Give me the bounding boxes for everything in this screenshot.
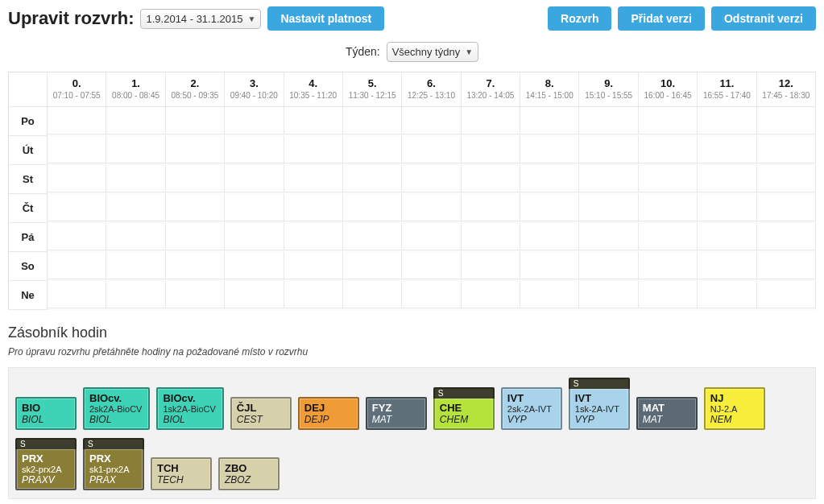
timetable-cell[interactable]: [520, 107, 579, 134]
timetable-cell[interactable]: [166, 136, 225, 163]
timetable-cell[interactable]: [698, 281, 756, 308]
timetable-cell[interactable]: [698, 223, 756, 250]
timetable-cell[interactable]: [579, 136, 638, 163]
timetable-cell[interactable]: [520, 136, 579, 163]
date-range-select[interactable]: 1.9.2014 - 31.1.2015 ▼: [140, 9, 261, 29]
timetable-cell[interactable]: [520, 252, 579, 279]
timetable-cell[interactable]: [225, 136, 284, 163]
timetable-cell[interactable]: [106, 194, 165, 221]
timetable-cell[interactable]: [106, 107, 165, 134]
timetable-cell[interactable]: [225, 252, 284, 279]
lesson-block[interactable]: SCHECHEM: [433, 397, 495, 430]
timetable-cell[interactable]: [757, 107, 816, 134]
timetable-cell[interactable]: [343, 136, 402, 163]
timetable-cell[interactable]: [284, 252, 343, 279]
timetable-cell[interactable]: [48, 281, 106, 308]
timetable-cell[interactable]: [639, 107, 698, 134]
timetable-cell[interactable]: [106, 223, 165, 250]
lesson-block[interactable]: NJNJ-2.ANEM: [704, 387, 765, 430]
timetable-cell[interactable]: [402, 107, 461, 134]
timetable-cell[interactable]: [284, 165, 343, 192]
schedule-button[interactable]: Rozvrh: [548, 6, 611, 31]
timetable-cell[interactable]: [462, 107, 520, 134]
timetable-cell[interactable]: [284, 194, 343, 221]
timetable-cell[interactable]: [343, 194, 402, 221]
timetable-cell[interactable]: [343, 252, 402, 279]
timetable-cell[interactable]: [166, 194, 225, 221]
timetable-cell[interactable]: [757, 194, 816, 221]
timetable-cell[interactable]: [757, 165, 816, 192]
timetable-cell[interactable]: [225, 107, 284, 134]
timetable-cell[interactable]: [402, 223, 461, 250]
timetable-cell[interactable]: [757, 136, 816, 163]
timetable-cell[interactable]: [698, 194, 756, 221]
timetable-cell[interactable]: [225, 281, 284, 308]
timetable-cell[interactable]: [520, 223, 579, 250]
timetable-cell[interactable]: [48, 107, 106, 134]
timetable-cell[interactable]: [106, 281, 165, 308]
timetable-cell[interactable]: [462, 252, 520, 279]
lesson-block[interactable]: BIOBIOL: [15, 397, 77, 430]
timetable-cell[interactable]: [284, 136, 343, 163]
timetable-cell[interactable]: [284, 107, 343, 134]
timetable-cell[interactable]: [284, 281, 343, 308]
timetable-cell[interactable]: [225, 194, 284, 221]
timetable-cell[interactable]: [225, 165, 284, 192]
timetable-cell[interactable]: [106, 252, 165, 279]
timetable-cell[interactable]: [106, 136, 165, 163]
timetable-cell[interactable]: [343, 107, 402, 134]
lesson-block[interactable]: SIVT1sk-2A-IVTVYP: [569, 387, 630, 430]
timetable-cell[interactable]: [402, 252, 461, 279]
timetable-cell[interactable]: [462, 194, 520, 221]
timetable-cell[interactable]: [579, 223, 638, 250]
timetable-cell[interactable]: [48, 223, 106, 250]
timetable-cell[interactable]: [48, 165, 106, 192]
timetable-cell[interactable]: [639, 223, 698, 250]
timetable-grid[interactable]: 0.07:10 - 07:551.08:00 - 08:452.08:50 - …: [8, 72, 816, 310]
lesson-block[interactable]: SPRXsk2-prx2APRAXV: [15, 448, 77, 490]
timetable-cell[interactable]: [520, 194, 579, 221]
lesson-block[interactable]: DEJDEJP: [298, 397, 359, 430]
timetable-cell[interactable]: [579, 252, 638, 279]
timetable-cell[interactable]: [639, 281, 698, 308]
timetable-cell[interactable]: [402, 281, 461, 308]
timetable-cell[interactable]: [757, 281, 816, 308]
timetable-cell[interactable]: [639, 136, 698, 163]
timetable-cell[interactable]: [639, 252, 698, 279]
timetable-cell[interactable]: [106, 165, 165, 192]
timetable-cell[interactable]: [48, 136, 106, 163]
timetable-cell[interactable]: [166, 281, 225, 308]
timetable-cell[interactable]: [402, 165, 461, 192]
timetable-cell[interactable]: [579, 107, 638, 134]
timetable-cell[interactable]: [48, 252, 106, 279]
timetable-cell[interactable]: [639, 165, 698, 192]
timetable-cell[interactable]: [462, 223, 520, 250]
timetable-cell[interactable]: [343, 165, 402, 192]
timetable-cell[interactable]: [166, 223, 225, 250]
timetable-cell[interactable]: [579, 281, 638, 308]
timetable-cell[interactable]: [757, 252, 816, 279]
timetable-cell[interactable]: [462, 136, 520, 163]
timetable-cell[interactable]: [698, 136, 756, 163]
timetable-cell[interactable]: [402, 136, 461, 163]
timetable-cell[interactable]: [520, 281, 579, 308]
lesson-block[interactable]: ZBOZBOZ: [218, 457, 279, 490]
timetable-cell[interactable]: [402, 194, 461, 221]
timetable-cell[interactable]: [639, 194, 698, 221]
lesson-block[interactable]: SPRXsk1-prx2APRAX: [83, 448, 144, 490]
lesson-block[interactable]: MATMAT: [636, 397, 698, 430]
timetable-cell[interactable]: [579, 165, 638, 192]
timetable-cell[interactable]: [343, 223, 402, 250]
lesson-block[interactable]: BIOcv.2sk2A-BioCVBIOL: [83, 387, 150, 430]
week-select[interactable]: Všechny týdny ▼: [387, 42, 478, 62]
set-validity-button[interactable]: Nastavit platnost: [267, 6, 384, 31]
timetable-cell[interactable]: [698, 252, 756, 279]
timetable-cell[interactable]: [166, 165, 225, 192]
lesson-block[interactable]: ČJLCEST: [230, 397, 292, 430]
timetable-cell[interactable]: [698, 107, 756, 134]
lesson-block[interactable]: TCHTECH: [151, 457, 212, 490]
lesson-block[interactable]: BIOcv.1sk2A-BioCVBIOL: [156, 387, 223, 430]
timetable-cell[interactable]: [579, 194, 638, 221]
lesson-block[interactable]: IVT2sk-2A-IVTVYP: [501, 387, 562, 430]
timetable-cell[interactable]: [462, 165, 520, 192]
